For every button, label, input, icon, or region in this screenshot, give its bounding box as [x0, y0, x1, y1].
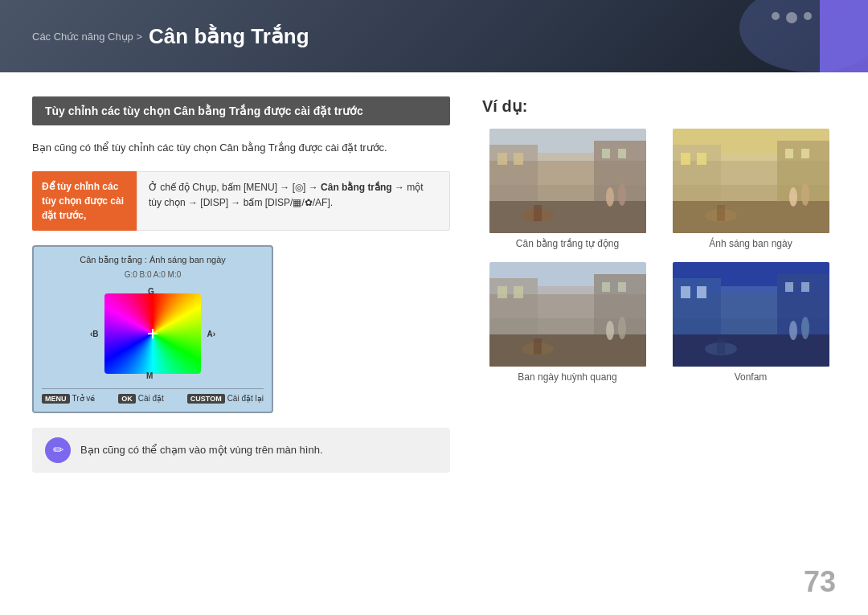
- menu-key: MENU: [42, 394, 70, 404]
- touch-icon: ✏: [45, 437, 71, 463]
- header-dot-3: [804, 12, 812, 20]
- breadcrumb: Các Chức năng Chụp >: [32, 31, 142, 43]
- photo-caption-fluorescent: Ban ngày huỳnh quang: [518, 371, 616, 383]
- photo-item-vonfam: Vonfam: [665, 262, 836, 383]
- body-text: Bạn cũng có thể tùy chỉnh các tùy chọn C…: [32, 140, 450, 157]
- svg-rect-50: [721, 286, 777, 342]
- camera-bar: MENU Trở về OK Cài đặt CUSTOM Cài đặt lạ…: [42, 388, 264, 404]
- svg-rect-57: [717, 338, 725, 355]
- ok-key: OK: [118, 394, 136, 404]
- svg-rect-24: [801, 149, 809, 158]
- menu-label: Trở về: [72, 394, 96, 403]
- svg-rect-7: [514, 153, 523, 165]
- touch-tip-text: Bạn cũng có thể chạm vào một vùng trên m…: [80, 444, 323, 456]
- note-label: Để tùy chỉnh các tùy chọn được cài đặt t…: [32, 171, 137, 231]
- color-grid-area: G ‹B A› M: [88, 285, 217, 382]
- svg-rect-55: [673, 334, 829, 367]
- svg-rect-22: [697, 153, 706, 165]
- header-dot-2: [786, 12, 797, 23]
- svg-point-59: [801, 317, 809, 339]
- header: Các Chức năng Chụp > Cân bằng Trắng: [0, 0, 868, 72]
- camera-bar-ok: OK Cài đặt: [118, 394, 164, 404]
- axis-b: ‹B: [90, 330, 99, 338]
- axis-m: M: [146, 371, 153, 380]
- photo-caption-vonfam: Vonfam: [735, 371, 768, 383]
- touch-tip: ✏ Bạn cũng có thể chạm vào một vùng trên…: [32, 428, 450, 473]
- svg-point-58: [789, 321, 797, 340]
- photo-item-auto: Cân bằng trắng tự động: [482, 129, 653, 249]
- svg-rect-35: [538, 286, 594, 342]
- svg-point-13: [606, 187, 614, 207]
- page-title: Cân bằng Trắng: [149, 24, 309, 49]
- photo-caption-auto: Cân bằng trắng tự động: [516, 238, 619, 249]
- svg-rect-36: [497, 286, 507, 298]
- svg-point-43: [606, 321, 614, 340]
- svg-rect-20: [721, 153, 777, 209]
- svg-rect-10: [489, 201, 646, 233]
- svg-point-14: [618, 183, 626, 206]
- header-dots: [772, 12, 812, 23]
- svg-rect-21: [681, 153, 690, 165]
- main-content: Tùy chỉnh các tùy chọn Cân bằng Trắng đư…: [0, 72, 868, 615]
- axis-g: G: [148, 287, 154, 296]
- camera-screen: Cân bằng trắng : Ánh sáng ban ngày G:0 B…: [32, 245, 273, 413]
- svg-rect-51: [681, 286, 690, 298]
- crosshair: [148, 329, 158, 338]
- photo-item-daylight: Ánh sáng ban ngày: [665, 129, 836, 249]
- page-number: 73: [804, 565, 836, 599]
- svg-rect-54: [801, 282, 809, 292]
- svg-rect-53: [785, 282, 793, 292]
- svg-rect-37: [514, 286, 523, 298]
- svg-rect-38: [602, 282, 610, 292]
- custom-label: Cài đặt lại: [227, 394, 264, 403]
- camera-bar-menu: MENU Trở về: [42, 394, 95, 404]
- header-purple-bar: [820, 0, 868, 72]
- svg-rect-27: [717, 205, 725, 221]
- svg-rect-5: [538, 153, 594, 209]
- svg-point-29: [801, 183, 809, 206]
- svg-point-44: [618, 317, 626, 339]
- note-bold: Cân bằng trắng: [321, 182, 392, 193]
- right-column: Ví dụ:: [482, 96, 836, 591]
- svg-rect-39: [618, 282, 626, 292]
- note-container: Để tùy chỉnh các tùy chọn được cài đặt t…: [32, 171, 450, 231]
- camera-screen-title: Cân bằng trắng : Ánh sáng ban ngày: [42, 255, 264, 265]
- svg-point-28: [789, 187, 797, 207]
- svg-rect-6: [497, 153, 507, 165]
- camera-bar-custom: CUSTOM Cài đặt lại: [187, 394, 264, 404]
- photo-daylight: [673, 129, 829, 233]
- note-content: Ở chế độ Chụp, bấm [MENU] → [◎] → Cân bằ…: [137, 171, 450, 231]
- left-column: Tùy chỉnh các tùy chọn Cân bằng Trắng đư…: [32, 96, 450, 591]
- example-title: Ví dụ:: [482, 96, 836, 116]
- photo-caption-daylight: Ánh sáng ban ngày: [709, 238, 792, 249]
- svg-rect-40: [489, 334, 646, 367]
- camera-screen-sub: G:0 B:0 A:0 M:0: [42, 270, 264, 279]
- photo-item-fluorescent: Ban ngày huỳnh quang: [482, 262, 653, 383]
- photo-vonfam: [673, 262, 829, 367]
- photo-auto: [489, 129, 646, 233]
- section-title: Tùy chỉnh các tùy chọn Cân bằng Trắng đư…: [32, 96, 450, 125]
- svg-rect-9: [618, 149, 626, 158]
- custom-key: CUSTOM: [187, 394, 225, 404]
- photo-grid: Cân bằng trắng tự động: [482, 129, 836, 383]
- svg-rect-12: [534, 205, 542, 221]
- photo-fluorescent: [489, 262, 646, 367]
- color-gradient: [104, 293, 201, 374]
- svg-rect-52: [697, 286, 706, 298]
- svg-rect-25: [673, 201, 829, 233]
- axis-a: A›: [207, 330, 215, 338]
- ok-label: Cài đặt: [138, 394, 164, 403]
- header-dot-1: [772, 12, 780, 20]
- svg-rect-42: [534, 338, 542, 355]
- svg-rect-8: [602, 149, 610, 158]
- svg-rect-23: [785, 149, 793, 158]
